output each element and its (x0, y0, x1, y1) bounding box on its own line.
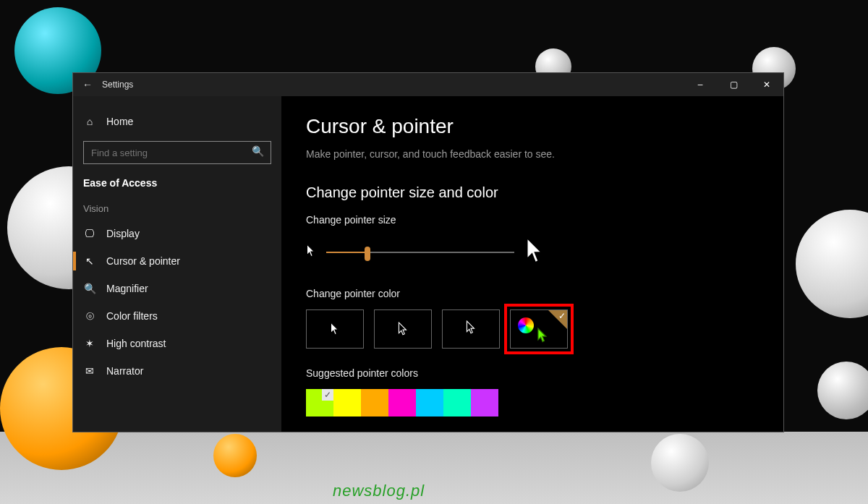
sidebar-item-cursor-pointer[interactable]: ↖Cursor & pointer (73, 247, 281, 275)
color-swatch[interactable] (388, 389, 416, 417)
titlebar[interactable]: ← Settings – ▢ ✕ (73, 73, 783, 96)
pointer-size-slider[interactable] (326, 245, 514, 260)
home-label: Home (106, 116, 133, 127)
pointer-color-label: Change pointer color (306, 288, 759, 299)
suggested-colors (306, 389, 759, 417)
search-icon: 🔍 (252, 145, 264, 157)
nav-label: Color filters (106, 310, 158, 322)
window-title: Settings (102, 80, 133, 90)
page-title: Cursor & pointer (306, 115, 759, 138)
sidebar-item-display[interactable]: 🖵Display (73, 220, 281, 247)
desktop-floor (0, 432, 868, 504)
suggested-colors-label: Suggested pointer colors (306, 367, 759, 379)
nav-icon: 🔍 (83, 283, 96, 294)
section-label: Ease of Access (73, 177, 281, 189)
color-swatch[interactable] (443, 389, 471, 417)
pointer-color-white[interactable] (306, 309, 364, 349)
page-subtitle: Make pointer, cursor, and touch feedback… (306, 148, 759, 160)
settings-window: ← Settings – ▢ ✕ ⌂ Home 🔍 Ease of Access… (72, 72, 784, 432)
nav-label: Narrator (106, 365, 143, 377)
sidebar-item-narrator[interactable]: ✉Narrator (73, 357, 281, 385)
sidebar-item-color-filters[interactable]: ⦾Color filters (73, 302, 281, 330)
nav-icon: ✉ (83, 365, 96, 377)
bg-sphere (213, 434, 257, 477)
nav-icon: ✶ (83, 338, 96, 349)
color-swatch[interactable] (471, 389, 498, 417)
group-label: Vision (73, 189, 281, 220)
pointer-color-custom[interactable]: ✓ (510, 309, 568, 349)
color-wheel-icon (518, 317, 534, 333)
cursor-green-icon (537, 328, 548, 346)
bg-sphere (817, 362, 868, 419)
nav-icon: ⦾ (83, 310, 96, 323)
sidebar-home[interactable]: ⌂ Home (73, 108, 281, 135)
color-swatch[interactable] (333, 389, 361, 417)
content-pane: Cursor & pointer Make pointer, cursor, a… (281, 96, 783, 432)
cursor-small-icon (306, 244, 316, 261)
watermark: newsblog.pl (333, 482, 425, 500)
nav-label: Display (106, 228, 140, 239)
maximize-button[interactable]: ▢ (717, 73, 750, 96)
back-button[interactable]: ← (73, 79, 102, 90)
nav-icon: 🖵 (83, 228, 96, 239)
nav-label: Magnifier (106, 283, 148, 294)
pointer-color-black[interactable] (374, 309, 432, 349)
section-heading: Change pointer size and color (306, 184, 759, 201)
cursor-large-icon (524, 236, 546, 269)
nav-label: High contrast (106, 338, 166, 349)
pointer-color-inverted[interactable] (442, 309, 500, 349)
bg-sphere (651, 434, 709, 492)
home-icon: ⌂ (83, 116, 96, 127)
color-swatch[interactable] (306, 389, 333, 417)
check-icon: ✓ (558, 311, 566, 321)
sidebar: ⌂ Home 🔍 Ease of Access Vision 🖵Display↖… (73, 96, 281, 432)
sidebar-item-magnifier[interactable]: 🔍Magnifier (73, 275, 281, 302)
minimize-button[interactable]: – (684, 73, 717, 96)
color-swatch[interactable] (361, 389, 388, 417)
sidebar-item-high-contrast[interactable]: ✶High contrast (73, 330, 281, 357)
close-button[interactable]: ✕ (750, 73, 783, 96)
nav-label: Cursor & pointer (106, 255, 180, 267)
bg-sphere (796, 210, 868, 318)
search-input[interactable] (83, 141, 271, 164)
nav-icon: ↖ (83, 255, 96, 267)
color-swatch[interactable] (416, 389, 443, 417)
pointer-color-options: ✓ (306, 309, 759, 349)
pointer-size-label: Change pointer size (306, 214, 759, 226)
